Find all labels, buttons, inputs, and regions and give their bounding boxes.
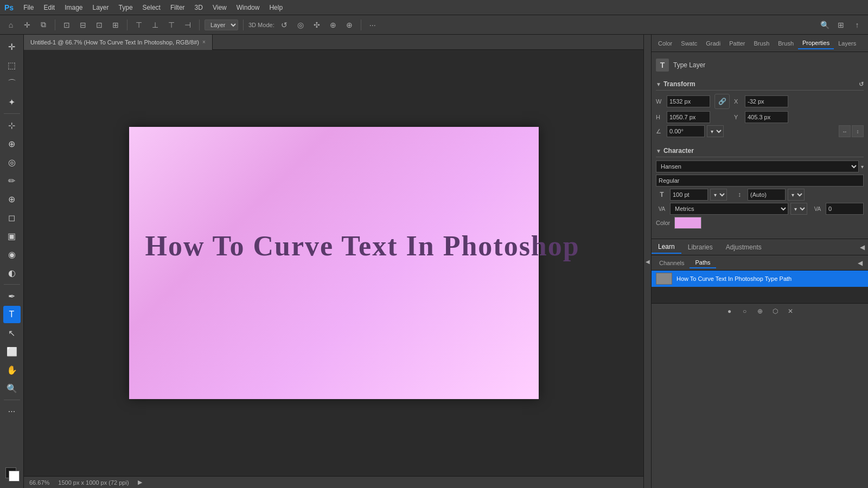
tab-brushes[interactable]: Brush: [750, 38, 774, 49]
3d-scale-icon[interactable]: ⊕: [343, 18, 356, 31]
clone-tool[interactable]: ⊕: [3, 190, 21, 208]
3d-rotate-icon[interactable]: ↺: [278, 18, 291, 31]
tab-brush[interactable]: Brush: [774, 38, 798, 49]
tab-paths[interactable]: Paths: [690, 258, 716, 268]
color-swatches[interactable]: [3, 465, 21, 483]
text-color-swatch[interactable]: [674, 217, 701, 229]
menu-file[interactable]: File: [19, 3, 38, 12]
healing-tool[interactable]: ◎: [3, 153, 21, 171]
menu-window[interactable]: Window: [232, 3, 264, 12]
y-input[interactable]: [745, 111, 788, 123]
canvas-viewport[interactable]: How To Curve Text In Photoshop: [24, 50, 643, 476]
menu-3d[interactable]: 3D: [190, 3, 207, 12]
paths-panel-collapse-icon[interactable]: ◀: [854, 259, 866, 267]
hand-tool[interactable]: ✋: [3, 361, 21, 378]
shape-tool[interactable]: ⬜: [3, 343, 21, 360]
marquee-tool[interactable]: ⬚: [3, 56, 21, 74]
menu-select[interactable]: Select: [138, 3, 165, 12]
gradient-tool[interactable]: ▣: [3, 227, 21, 245]
tab-close-button[interactable]: ×: [202, 39, 206, 45]
x-input[interactable]: [745, 95, 788, 107]
move-tool[interactable]: ✛: [3, 38, 21, 55]
height-input[interactable]: [667, 111, 710, 123]
menu-layer[interactable]: Layer: [88, 3, 113, 12]
zoom-tool[interactable]: 🔍: [3, 380, 21, 397]
document-tab[interactable]: Untitled-1 @ 66.7% (How To Curve Text In…: [24, 35, 213, 50]
3d-pan-icon[interactable]: ✣: [310, 18, 323, 31]
eyedropper-tool[interactable]: ⊕: [3, 135, 21, 152]
tab-libraries[interactable]: Libraries: [681, 241, 719, 253]
menu-help[interactable]: Help: [265, 3, 287, 12]
menu-image[interactable]: Image: [60, 3, 87, 12]
flip-horizontal-icon[interactable]: ↔: [839, 125, 851, 137]
bottom-panel-collapse-icon[interactable]: ◀: [857, 243, 868, 251]
leading-dropdown[interactable]: ▾: [788, 189, 805, 201]
menu-view[interactable]: View: [208, 3, 231, 12]
layer-dropdown[interactable]: Layer: [205, 20, 238, 30]
move-tool-icon[interactable]: ✛: [21, 18, 34, 31]
3d-roll-icon[interactable]: ◎: [294, 18, 307, 31]
delete-path-icon[interactable]: ✕: [785, 306, 796, 317]
more-options-icon[interactable]: ···: [366, 18, 379, 31]
brush-tool[interactable]: ✏: [3, 172, 21, 189]
leading-input[interactable]: [748, 189, 786, 201]
pen-tool[interactable]: ✒: [3, 287, 21, 305]
menu-type[interactable]: Type: [114, 3, 137, 12]
kerning-select[interactable]: Metrics: [670, 203, 788, 215]
angle-dropdown[interactable]: ▾: [707, 125, 724, 137]
menu-edit[interactable]: Edit: [39, 3, 59, 12]
kerning-dropdown[interactable]: ▾: [790, 203, 807, 215]
angle-input[interactable]: [667, 125, 705, 137]
stroke-path-icon[interactable]: ○: [739, 306, 750, 317]
align-v-center-icon[interactable]: ⊥: [149, 18, 162, 31]
flip-vertical-icon[interactable]: ↕: [852, 125, 864, 137]
font-style-input[interactable]: [656, 175, 864, 187]
align-right-icon[interactable]: ⊡: [93, 18, 106, 31]
eraser-tool[interactable]: ◻: [3, 209, 21, 226]
character-section-header[interactable]: ▼ Character: [656, 145, 864, 157]
fill-path-icon[interactable]: ●: [724, 306, 735, 317]
3d-slide-icon[interactable]: ⊕: [327, 18, 340, 31]
align-v-bottom-icon[interactable]: ⊤: [165, 18, 178, 31]
width-input[interactable]: [667, 95, 710, 107]
blur-tool[interactable]: ◉: [3, 246, 21, 263]
crop-tool[interactable]: ⊹: [3, 117, 21, 134]
path-item[interactable]: How To Curve Text In Photoshop Type Path: [652, 271, 868, 287]
tab-learn[interactable]: Learn: [652, 241, 681, 254]
font-size-input[interactable]: [670, 189, 708, 201]
link-proportions-icon[interactable]: 🔗: [714, 94, 730, 109]
share-icon[interactable]: ↑: [851, 18, 864, 31]
path-select-tool[interactable]: ↖: [3, 324, 21, 342]
menu-filter[interactable]: Filter: [166, 3, 189, 12]
tracking-input[interactable]: [826, 203, 864, 215]
search-icon[interactable]: 🔍: [818, 18, 831, 31]
workspace-icon[interactable]: ⊞: [834, 18, 847, 31]
align-top-icon[interactable]: ⊞: [109, 18, 122, 31]
tab-swatches[interactable]: Swatc: [676, 38, 701, 49]
lasso-tool[interactable]: ⌒: [3, 75, 21, 92]
panel-collapse-btn[interactable]: ◀: [643, 35, 651, 488]
align-left-icon[interactable]: ⊡: [60, 18, 73, 31]
arrange-icon[interactable]: ⧉: [37, 18, 50, 31]
select-subject-tool[interactable]: ✦: [3, 93, 21, 111]
type-tool[interactable]: T: [3, 306, 21, 323]
new-path-icon[interactable]: ⬡: [770, 306, 781, 317]
align-h-icon[interactable]: ⊣: [181, 18, 194, 31]
align-center-h-icon[interactable]: ⊟: [76, 18, 90, 31]
font-family-expand-icon[interactable]: ▾: [861, 164, 864, 170]
tab-color[interactable]: Color: [654, 38, 676, 49]
align-v-top-icon[interactable]: ⊤: [132, 18, 145, 31]
dodge-tool[interactable]: ◐: [3, 264, 21, 281]
home-icon[interactable]: ⌂: [4, 18, 17, 31]
font-family-select[interactable]: Hansen: [656, 160, 859, 172]
load-path-icon[interactable]: ⊕: [755, 306, 765, 317]
tab-adjustments[interactable]: Adjustments: [719, 241, 768, 253]
status-arrow[interactable]: ▶: [138, 479, 142, 486]
tab-properties[interactable]: Properties: [798, 37, 834, 49]
more-tools[interactable]: ···: [3, 403, 21, 420]
font-size-unit-dropdown[interactable]: ▾: [710, 189, 727, 201]
tab-patterns[interactable]: Patter: [725, 38, 749, 49]
transform-section-header[interactable]: ▼ Transform ↺: [656, 78, 864, 91]
transform-reset-icon[interactable]: ↺: [859, 81, 864, 88]
tab-layers[interactable]: Layers: [834, 38, 860, 49]
